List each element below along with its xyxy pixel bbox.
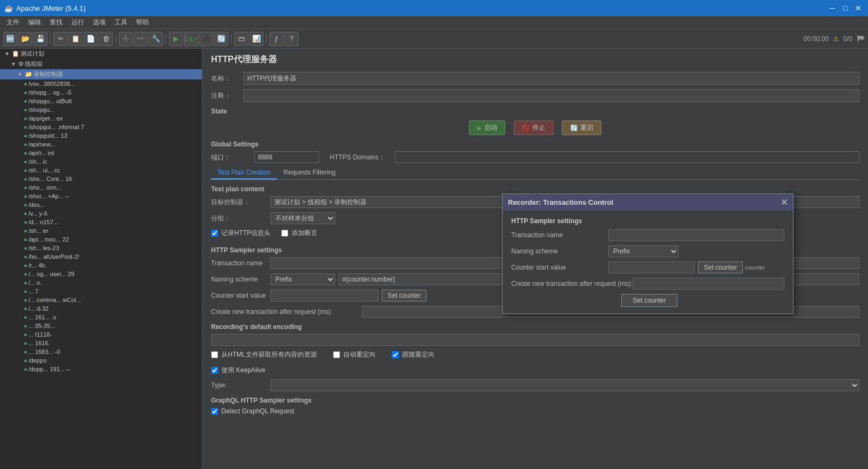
type-select[interactable] — [270, 379, 859, 391]
stop-button[interactable]: 🚫 停止 — [514, 120, 553, 135]
toolbar-paste[interactable]: 📄 — [84, 32, 98, 46]
titlebar: ☕ Apache JMeter (5.4.1) ─ □ ✕ — [0, 0, 868, 16]
list-item[interactable]: ● /... contma... wCol... — [0, 296, 202, 304]
tab-requests-filtering[interactable]: Requests Filtering — [277, 166, 342, 179]
tree-item-thread-group[interactable]: ▼ ⚙ 线程组 — [0, 59, 202, 69]
toolbar-save[interactable]: 💾 — [33, 32, 48, 46]
toolbar-expand[interactable]: ➕ — [119, 32, 133, 46]
close-button[interactable]: ✕ — [853, 3, 864, 14]
redirect-checkbox[interactable] — [333, 351, 340, 358]
set-counter-button[interactable]: Set counter — [382, 290, 426, 302]
keepalive-label: 使用 KeepAlive — [221, 366, 265, 375]
https-input[interactable] — [395, 151, 859, 163]
list-item[interactable]: ● /sho... orm... — [0, 183, 202, 192]
grouping-select[interactable]: 不对样本分组 — [270, 212, 335, 224]
list-item[interactable]: ● /d... n157... — [0, 218, 202, 226]
list-item[interactable]: ● /sho... Cont... 16 — [0, 175, 202, 183]
list-item[interactable]: ● /... d-32 — [0, 304, 202, 313]
rec-counter-start-input[interactable] — [608, 262, 695, 273]
menu-tools[interactable]: 工具 — [110, 17, 132, 28]
toolbar-clear[interactable]: 🗃 — [234, 32, 248, 46]
list-item[interactable]: ● ... 05-35... — [0, 321, 202, 330]
list-item[interactable]: ● /des... — [0, 200, 202, 209]
toolbar-start-no-pause[interactable]: ▷▷ — [184, 32, 198, 46]
counter-start-input[interactable] — [270, 290, 378, 302]
toolbar-help[interactable]: ? — [284, 32, 299, 46]
toolbar-collapse[interactable]: ➖ — [134, 32, 148, 46]
toolbar-cut[interactable]: ✂ — [53, 32, 67, 46]
toolbar-toggle[interactable]: 🔧 — [149, 32, 163, 46]
detect-graphql-checkbox[interactable] — [211, 408, 218, 415]
menu-help[interactable]: 帮助 — [132, 17, 153, 28]
list-item[interactable]: ● /sh... les-23 — [0, 244, 202, 252]
tree-item-test-plan[interactable]: ▼ 📋 测试计划 — [0, 49, 202, 59]
toolbar-open[interactable]: 📂 — [18, 32, 32, 46]
start-button[interactable]: ▶ 启动 — [469, 120, 505, 135]
list-item[interactable]: ● ... 161... .s — [0, 313, 202, 321]
list-item[interactable]: ● ... t1118- — [0, 330, 202, 339]
toolbar-shutdown[interactable]: 🔄 — [214, 32, 228, 46]
list-item[interactable]: ● /shopgui... .nformat 7 — [0, 123, 202, 131]
list-item[interactable]: ● /shopg... og... -5 — [0, 88, 202, 97]
list-item[interactable]: ● /sh... ui... cc — [0, 166, 202, 175]
rec-naming-scheme-select[interactable]: Prefix Suffix Format — [608, 245, 679, 257]
list-item[interactable]: ● /r... 4b. — [0, 261, 202, 270]
html-resources-checkbox[interactable] — [211, 351, 218, 358]
toolbar-stop-all[interactable]: ⬛ — [199, 32, 213, 46]
keepalive-checkbox[interactable] — [211, 367, 218, 374]
menu-edit[interactable]: 编辑 — [24, 17, 45, 28]
list-item[interactable]: ● /... og... user... 29 — [0, 270, 202, 278]
list-item[interactable]: ● /sh... ic — [0, 157, 202, 166]
list-item[interactable]: ● ... 1616. — [0, 339, 202, 347]
list-item[interactable]: ● /api/r... int — [0, 149, 202, 157]
menu-options[interactable]: 选项 — [89, 17, 110, 28]
tree-label: /shopguid... 13 — [29, 132, 67, 139]
tree-item-record-controller[interactable]: ▼ 📁 录制控制器 — [0, 69, 202, 79]
toolbar-function-helper[interactable]: ƒ — [269, 32, 283, 46]
restart-button[interactable]: 🔄 重启 — [562, 120, 601, 135]
rec-create-transaction-input[interactable] — [633, 278, 784, 290]
list-item[interactable]: ● /ho... alUserPost-2! — [0, 252, 202, 261]
port-input[interactable] — [254, 151, 319, 163]
toolbar-new[interactable]: 🆕 — [3, 32, 17, 46]
menu-run[interactable]: 运行 — [67, 17, 89, 28]
rec-set-counter-button[interactable]: Set counter — [698, 262, 743, 273]
toolbar-clear-all[interactable]: 📊 — [249, 32, 263, 46]
recorder-close-button[interactable]: ✕ — [781, 197, 788, 207]
redirect-row: 自动重定向 — [333, 350, 376, 359]
toolbar-start[interactable]: ▶ — [169, 32, 183, 46]
list-item[interactable]: ● /shopgu... utButt — [0, 97, 202, 105]
rec-naming-scheme-row: Naming scheme Prefix Suffix Format — [511, 245, 784, 257]
record-http-checkbox[interactable] — [211, 230, 218, 237]
minimize-button[interactable]: ─ — [827, 3, 838, 14]
toolbar-delete[interactable]: 🗑 — [99, 32, 113, 46]
rec-set-counter-bottom-button[interactable]: Set counter — [621, 294, 677, 307]
naming-scheme-select[interactable]: Prefix Suffix Format — [270, 273, 335, 285]
add-assertion-checkbox[interactable] — [281, 230, 288, 237]
list-item[interactable]: ● /vsv...38052838... — [0, 79, 202, 88]
list-item[interactable]: ● /shor... +Ap... – — [0, 192, 202, 200]
maximize-button[interactable]: □ — [840, 3, 851, 14]
rec-transaction-name-input[interactable] — [608, 229, 784, 241]
list-item[interactable]: ● /shopgu... — [0, 105, 202, 114]
list-item[interactable]: ● /app/get... ex — [0, 114, 202, 123]
list-item[interactable]: ● ... 1683... -0 — [0, 347, 202, 356]
tab-test-plan-creation[interactable]: Test Plan Creation — [211, 166, 277, 179]
toolbar-copy[interactable]: 📋 — [69, 32, 83, 46]
list-item[interactable]: ● /... o. — [0, 278, 202, 287]
menu-search[interactable]: 查找 — [45, 17, 67, 28]
encoding-input[interactable] — [211, 334, 859, 346]
list-item[interactable]: ● /v... y-6 — [0, 209, 202, 218]
list-item[interactable]: ● ... 7 — [0, 287, 202, 296]
menu-file[interactable]: 文件 — [2, 17, 24, 28]
name-input[interactable] — [243, 72, 859, 85]
list-item[interactable]: ● /api... moc... 22 — [0, 235, 202, 244]
list-item[interactable]: ● /api/new... — [0, 140, 202, 149]
list-item[interactable]: ● /deppo — [0, 356, 202, 365]
list-item[interactable]: ● /sh... er — [0, 226, 202, 235]
follow-redirect-checkbox[interactable] — [392, 351, 399, 358]
test-plan-icon: 📋 — [12, 50, 19, 57]
list-item[interactable]: ● /shopguid... 13 — [0, 131, 202, 140]
comment-input[interactable] — [243, 89, 859, 102]
list-item[interactable]: ● /dopp... 191... – — [0, 365, 202, 373]
